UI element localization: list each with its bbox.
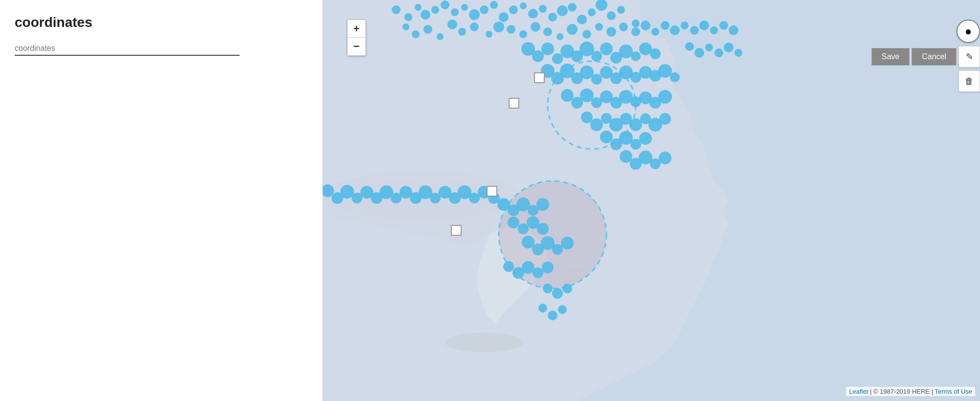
map-attribution: Leaflet | © 1987-2019 HERE | Terms of Us…: [846, 387, 975, 396]
leaflet-link[interactable]: Leaflet: [849, 388, 868, 395]
cancel-button[interactable]: Cancel: [912, 48, 957, 66]
circle-tool-button[interactable]: ●: [957, 20, 980, 43]
square-marker[interactable]: [509, 98, 519, 109]
delete-button[interactable]: 🗑: [958, 70, 980, 92]
save-cancel-row: Save Cancel ✎: [871, 46, 980, 67]
map-toolbar: ● Save Cancel ✎ 🗑: [871, 20, 980, 92]
square-marker[interactable]: [451, 225, 462, 236]
attribution-text: | © 1987-2019 HERE |: [870, 388, 933, 395]
coordinates-input[interactable]: coordinates: [15, 42, 240, 56]
input-group: coordinates: [15, 42, 308, 56]
circle-tool-row: ●: [957, 20, 980, 43]
delete-row: 🗑: [958, 70, 980, 92]
terms-link[interactable]: Terms of Use: [935, 388, 972, 395]
save-button[interactable]: Save: [871, 48, 910, 66]
page-title: coordinates: [15, 15, 308, 30]
zoom-in-button[interactable]: +: [348, 20, 365, 38]
square-marker[interactable]: [534, 72, 545, 83]
map-container: + − ● Save Cancel ✎ 🗑 Leaflet | © 1987-2…: [323, 0, 980, 401]
square-marker[interactable]: [487, 186, 497, 197]
left-panel: coordinates coordinates: [0, 0, 323, 401]
zoom-out-button[interactable]: −: [348, 38, 365, 55]
svg-point-2: [445, 333, 523, 352]
zoom-controls: + −: [347, 20, 366, 56]
svg-point-3: [548, 267, 587, 281]
edit-button[interactable]: ✎: [958, 46, 980, 67]
